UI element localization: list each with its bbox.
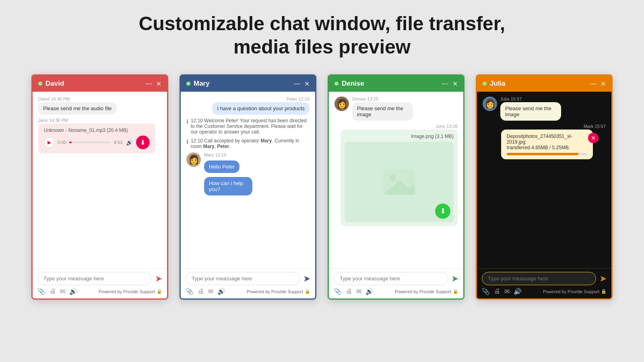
- sound-icon[interactable]: 🔊: [69, 288, 77, 295]
- message-input-david[interactable]: [37, 272, 152, 285]
- file-transfer-box: Depositphotos_274450351_xl-2019.jpg: tra…: [501, 130, 593, 159]
- chat-body-david: David 14:36 PM Please send me the audio …: [33, 92, 167, 268]
- send-button-mary[interactable]: ➤: [303, 274, 310, 284]
- message-bubble: Please send me the audio file: [38, 102, 117, 115]
- attach-icon-denise[interactable]: 📎: [334, 288, 342, 295]
- image-download-button[interactable]: ⬇: [435, 204, 450, 219]
- info-icon-1: ℹ: [186, 118, 188, 125]
- chat-body-denise: 👩 Denise 13:25 Please send me the image …: [329, 92, 463, 268]
- input-row-mary: ➤: [186, 272, 310, 285]
- peter-meta: Peter 12:10: [186, 97, 310, 101]
- message-input-denise[interactable]: [334, 272, 448, 285]
- email-icon-denise[interactable]: ✉: [356, 288, 361, 295]
- footer-icons-julia: 📎 🖨 ✉ 🔊 Powered by Provide Support 🔒: [482, 285, 607, 295]
- send-button-denise[interactable]: ➤: [451, 274, 458, 284]
- footer-icons-mary: 📎 🖨 ✉ 🔊 Powered by Provide Support 🔒: [186, 285, 310, 295]
- cancel-transfer-button[interactable]: ✕: [588, 133, 599, 143]
- sound-icon-julia[interactable]: 🔊: [514, 288, 522, 295]
- chat-body-mary: Peter 12:10 I have a question about your…: [181, 92, 315, 268]
- message-input-mary[interactable]: [186, 272, 300, 285]
- audio-progress-bar[interactable]: [69, 142, 111, 143]
- powered-by-mary: Powered by Provide Support 🔒: [247, 289, 310, 294]
- close-icon-denise[interactable]: ✕: [452, 80, 458, 88]
- play-button[interactable]: ▶: [44, 137, 54, 148]
- audio-time: 14:36 PM: [49, 118, 68, 123]
- header-julia: Julia — ✕: [477, 76, 611, 92]
- chat-body-julia: 👩 Julia 15:57 Please send me the image M…: [477, 92, 611, 268]
- audio-download-button[interactable]: ⬇: [136, 136, 150, 149]
- chat-window-david: David — ✕ David 14:36 PM Please send me …: [31, 74, 168, 300]
- email-icon-julia[interactable]: ✉: [504, 288, 510, 295]
- operator-message-row: 👩 Mary 12:10 Hello Peter How can i help …: [186, 152, 310, 197]
- email-icon[interactable]: ✉: [60, 288, 65, 295]
- lock-icon-denise: 🔒: [453, 289, 458, 294]
- lock-icon-mary: 🔒: [305, 289, 310, 294]
- print-icon-julia[interactable]: 🖨: [494, 288, 500, 295]
- footer-icons-david: 📎 🖨 ✉ 🔊 Powered by Provide Support 🔒: [37, 285, 162, 295]
- julia-bubble: Please send me the image: [500, 102, 561, 121]
- attach-icon[interactable]: 📎: [37, 288, 45, 295]
- minimize-icon-mary[interactable]: —: [294, 80, 300, 88]
- julia-message-row: 👩 Julia 15:57 Please send me the image: [483, 97, 606, 121]
- total-duration: 8:53: [114, 140, 122, 145]
- message-row-peter: Peter 12:10 I have a question about your…: [186, 97, 310, 115]
- sound-icon-mary[interactable]: 🔊: [217, 288, 225, 295]
- page-title: Customizable chat window, file transfer,…: [139, 12, 505, 58]
- send-button-david[interactable]: ➤: [155, 274, 162, 284]
- chat-window-julia: Julia — ✕ 👩 Julia 15:57 Please send me t…: [476, 74, 613, 300]
- sound-icon-denise[interactable]: 🔊: [365, 288, 374, 295]
- header-denise: Denise — ✕: [329, 76, 463, 92]
- header-david: David — ✕: [33, 76, 167, 92]
- audio-progress-fill: [69, 142, 71, 143]
- lock-icon: 🔒: [157, 289, 162, 294]
- audio-meta: Jane 14:36 PM: [38, 118, 161, 123]
- chat-footer-denise: ➤ 📎 🖨 ✉ 🔊 Powered by Provide Support 🔒: [329, 268, 463, 298]
- sender-name: David: [38, 97, 50, 101]
- lock-icon-julia: 🔒: [601, 289, 607, 294]
- denise-avatar: 👩: [334, 97, 349, 111]
- message-meta: David 14:36 PM: [38, 97, 161, 101]
- denise-bubble: Please send me the image: [352, 102, 413, 121]
- message-row: David 14:36 PM Please send me the audio …: [38, 97, 161, 115]
- status-dot-julia: [483, 82, 487, 86]
- chat-footer-julia: ➤ 📎 🖨 ✉ 🔊 Powered by Provide Support 🔒: [477, 268, 611, 298]
- minimize-icon-david[interactable]: —: [146, 80, 152, 88]
- status-dot-mary: [186, 82, 190, 86]
- close-icon-david[interactable]: ✕: [156, 80, 161, 88]
- print-icon-denise[interactable]: 🖨: [346, 288, 352, 295]
- image-message-row: John 13:26 Image.png (3.1 MB) ⬇: [334, 124, 458, 226]
- julia-avatar: 👩: [483, 97, 497, 111]
- input-row-denise: ➤: [334, 272, 458, 285]
- attach-icon-julia[interactable]: 📎: [482, 288, 490, 295]
- volume-icon[interactable]: 🔊: [126, 139, 133, 146]
- peter-bubble: I have a question about your products: [212, 102, 310, 115]
- minimize-icon-julia[interactable]: —: [590, 80, 597, 88]
- system-message-2: ℹ 12:10 Call accepted by operator Mary. …: [186, 138, 310, 149]
- john-meta: John 13:26: [334, 124, 458, 129]
- image-preview: Image.png (3.1 MB) ⬇: [341, 130, 458, 226]
- file-name: Depositphotos_274450351_xl-2019.jpg: tra…: [507, 134, 587, 150]
- attach-icon-mary[interactable]: 📎: [186, 288, 194, 295]
- status-dot-david: [38, 82, 42, 86]
- current-time: 0:00: [58, 140, 66, 145]
- audio-player: Unknown - Noname_01.mp3 (20.4 MB) ▶ 0:00…: [38, 123, 155, 153]
- mary-avatar: 👩: [186, 152, 201, 167]
- minimize-icon-denise[interactable]: —: [442, 80, 448, 88]
- email-icon-mary[interactable]: ✉: [208, 288, 213, 295]
- powered-by-denise: Powered by Provide Support 🔒: [395, 289, 458, 294]
- chat-window-denise: Denise — ✕ 👩 Denise 13:25 Please send me…: [328, 74, 464, 300]
- close-icon-julia[interactable]: ✕: [601, 80, 606, 88]
- print-icon-mary[interactable]: 🖨: [198, 288, 204, 295]
- input-row: ➤: [37, 272, 162, 285]
- close-icon-mary[interactable]: ✕: [304, 80, 310, 88]
- peter-name: Peter: [287, 97, 297, 101]
- message-input-julia[interactable]: [482, 272, 596, 285]
- mary-meta: Mary 12:10: [204, 152, 261, 157]
- print-icon[interactable]: 🖨: [50, 288, 56, 295]
- file-transfer-row: Mark 15:57 Depositphotos_274450351_xl-20…: [483, 124, 606, 159]
- denise-meta: Denise 13:25: [352, 97, 424, 101]
- mary-bubble-2: How can i help you?: [204, 177, 252, 195]
- footer-icons-denise: 📎 🖨 ✉ 🔊 Powered by Provide Support 🔒: [334, 285, 458, 295]
- progress-fill: [507, 153, 578, 155]
- send-button-julia[interactable]: ➤: [599, 274, 607, 284]
